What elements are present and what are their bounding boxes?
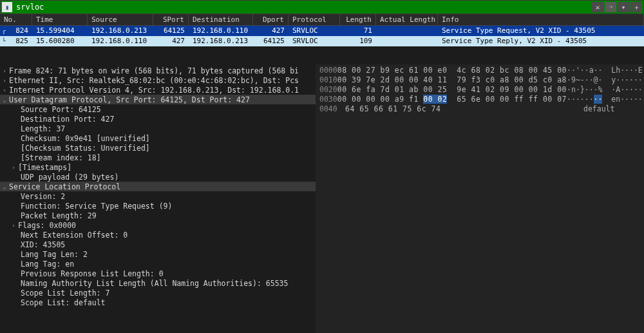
byte-offset: 0030 (319, 95, 337, 104)
tree-frame[interactable]: ›Frame 824: 71 bytes on wire (568 bits),… (0, 66, 316, 75)
cell-info: Service Type Request, V2 XID - 43505 (438, 26, 644, 36)
display-filter-input[interactable] (14, 1, 592, 13)
cell-no: 824 (8, 26, 32, 36)
packet-list-header[interactable]: No. Time Source SPort Destination Dport … (0, 14, 644, 26)
clear-filter-button[interactable]: ✕ (592, 2, 603, 12)
add-filter-button[interactable]: ＋ (630, 2, 642, 12)
related-marker-icon: ┌ (0, 26, 8, 36)
byte-hex: 00 6e fa 7d 01 ab 00 25 9e 41 02 09 00 0… (337, 85, 567, 95)
tree-srvloc[interactable]: ⌄Service Location Protocol (0, 182, 316, 191)
col-header-no[interactable]: No. (0, 14, 32, 25)
tree-srvloc-naming[interactable]: Naming Authority List Length (All Naming… (0, 278, 316, 288)
byte-ascii: ········ en······ (567, 95, 644, 104)
tree-srvloc-pktlen[interactable]: Packet Length: 29 (0, 211, 316, 220)
expand-icon[interactable]: › (0, 87, 9, 93)
tree-srvloc-xid[interactable]: XID: 43505 (0, 240, 316, 249)
byte-ascii: ··'··a·· Lh····E· (567, 66, 644, 75)
col-header-info[interactable]: Info (438, 14, 644, 25)
packet-details-pane[interactable]: ›Frame 824: 71 bytes on wire (568 bits),… (0, 64, 316, 333)
tree-srvloc-version[interactable]: Version: 2 (0, 191, 316, 201)
tree-udp[interactable]: ⌄User Datagram Protocol, Src Port: 64125… (0, 95, 316, 104)
tree-udp-length[interactable]: Length: 37 (0, 124, 316, 133)
col-header-protocol[interactable]: Protocol (289, 14, 340, 25)
col-header-length[interactable]: Length (340, 14, 376, 25)
cell-dport: 64125 (253, 36, 289, 46)
tree-udp-checksum[interactable]: Checksum: 0x9e41 [unverified] (0, 133, 316, 143)
tree-udp-srcport[interactable]: Source Port: 64125 (0, 104, 316, 114)
byte-ascii: default (583, 104, 640, 114)
tree-ip[interactable]: ›Internet Protocol Version 4, Src: 192.1… (0, 85, 316, 95)
byte-row[interactable]: 0040 64 65 66 61 75 6c 74 default (319, 104, 640, 114)
byte-hex: 64 65 66 61 75 6c 74 (345, 104, 583, 114)
selected-ascii: ·· (594, 95, 603, 104)
cell-time: 15.600280 (32, 36, 88, 46)
expand-icon[interactable]: › (9, 222, 18, 229)
byte-ascii: ·9~-··@· y······· (567, 75, 644, 85)
cell-time: 15.599404 (32, 26, 88, 36)
byte-offset: 0040 (319, 104, 345, 114)
collapse-icon[interactable]: ⌄ (0, 184, 9, 190)
col-header-source[interactable]: Source (88, 14, 153, 25)
cell-sport: 64125 (153, 26, 189, 36)
cell-actual-length (376, 26, 438, 36)
expand-icon[interactable]: › (0, 68, 9, 74)
byte-hex: 00 00 00 00 a9 f1 00 02 65 6e 00 00 ff f… (337, 95, 567, 104)
col-header-actual-length[interactable]: Actual Length (376, 14, 438, 25)
tree-srvloc-nextext[interactable]: Next Extension Offset: 0 (0, 230, 316, 240)
byte-ascii: ·n·}···% ·A······ (567, 85, 644, 95)
packet-list[interactable]: ┌ 824 15.599404 192.168.0.213 64125 192.… (0, 26, 644, 46)
tree-srvloc-scopelen[interactable]: Scope List Length: 7 (0, 288, 316, 298)
col-header-destination[interactable]: Destination (189, 14, 253, 25)
byte-offset: 0010 (319, 75, 337, 85)
byte-hex: 08 00 27 b9 ec 61 00 e0 4c 68 02 bc 08 0… (337, 66, 567, 75)
col-header-dport[interactable]: Dport (253, 14, 289, 25)
cell-protocol: SRVLOC (289, 36, 340, 46)
col-header-time[interactable]: Time (32, 14, 88, 25)
packet-bytes-pane[interactable]: 0000 08 00 27 b9 ec 61 00 e0 4c 68 02 bc… (316, 64, 644, 333)
tree-udp-payload[interactable]: UDP payload (29 bytes) (0, 172, 316, 182)
tree-srvloc-function[interactable]: Function: Service Type Request (9) (0, 201, 316, 211)
col-header-sport[interactable]: SPort (153, 14, 189, 25)
cell-length: 71 (340, 26, 376, 36)
related-marker-icon: └ (0, 36, 8, 46)
byte-row[interactable]: 0020 00 6e fa 7d 01 ab 00 25 9e 41 02 09… (319, 85, 640, 95)
cell-sport: 427 (153, 36, 189, 46)
tree-srvloc-langlen[interactable]: Lang Tag Len: 2 (0, 249, 316, 259)
byte-offset: 0020 (319, 85, 337, 95)
cell-destination: 192.168.0.110 (189, 26, 253, 36)
byte-row[interactable]: 0000 08 00 27 b9 ec 61 00 e0 4c 68 02 bc… (319, 66, 640, 75)
tree-srvloc-scopelist[interactable]: Scope List: default (0, 298, 316, 307)
byte-offset: 0000 (319, 66, 337, 75)
collapse-icon[interactable]: ⌄ (0, 97, 9, 103)
filter-bookmark-icon[interactable]: ▮ (2, 2, 12, 12)
packet-row[interactable]: ┌ 824 15.599404 192.168.0.213 64125 192.… (0, 26, 644, 36)
display-filter-bar: ▮ ✕ ➝ ▾ ＋ (0, 0, 644, 14)
cell-no: 825 (8, 36, 32, 46)
cell-source: 192.168.0.110 (88, 36, 153, 46)
expand-icon[interactable]: › (0, 77, 9, 84)
tree-srvloc-prevresp[interactable]: Previous Response List Length: 0 (0, 269, 316, 278)
cell-dport: 427 (253, 26, 289, 36)
packet-row[interactable]: └ 825 15.600280 192.168.0.110 427 192.16… (0, 36, 644, 46)
tree-udp-checksum-status[interactable]: [Checksum Status: Unverified] (0, 143, 316, 153)
apply-filter-button[interactable]: ➝ (605, 2, 616, 12)
tree-srvloc-flags[interactable]: ›Flags: 0x0000 (0, 220, 316, 230)
cell-actual-length (376, 36, 438, 46)
expand-icon[interactable]: › (9, 164, 18, 171)
tree-udp-dstport[interactable]: Destination Port: 427 (0, 114, 316, 124)
byte-row[interactable]: 0010 00 39 7e 2d 00 00 40 11 79 f3 c0 a8… (319, 75, 640, 85)
cell-length: 109 (340, 36, 376, 46)
cell-destination: 192.168.0.213 (189, 36, 253, 46)
byte-row[interactable]: 0030 00 00 00 00 a9 f1 00 02 65 6e 00 00… (319, 95, 640, 104)
tree-srvloc-langtag[interactable]: Lang Tag: en (0, 259, 316, 269)
tree-udp-timestamps[interactable]: ›[Timestamps] (0, 162, 316, 172)
byte-hex: 00 39 7e 2d 00 00 40 11 79 f3 c0 a8 00 d… (337, 75, 567, 85)
selected-bytes: 00 02 (423, 95, 447, 104)
cell-source: 192.168.0.213 (88, 26, 153, 36)
tree-ethernet[interactable]: ›Ethernet II, Src: RealtekS_68:02:bc (00… (0, 75, 316, 85)
filter-history-dropdown[interactable]: ▾ (618, 2, 629, 12)
tree-udp-stream[interactable]: [Stream index: 18] (0, 153, 316, 162)
cell-info: Service Type Reply, V2 XID - 43505 (438, 36, 644, 46)
cell-protocol: SRVLOC (289, 26, 340, 36)
